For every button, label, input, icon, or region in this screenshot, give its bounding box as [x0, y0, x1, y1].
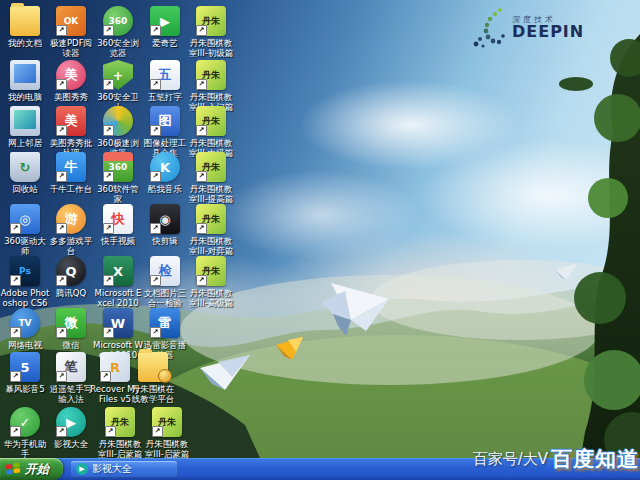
shortcut-arrow-icon: ↗ — [103, 171, 114, 182]
desktop-icon-baofeng5[interactable]: 5 ↗ 暴风影音5 — [0, 352, 50, 394]
shortcut-arrow-icon: ↗ — [150, 25, 161, 36]
icon-label: 丹朱围棋教室III-初级篇 — [186, 38, 236, 58]
shortcut-arrow-icon: ↗ — [56, 371, 67, 382]
desktop-icon-qianniu[interactable]: 牛 ↗ 千牛工作台 — [46, 152, 96, 194]
icon-label: 多多游戏平台 — [46, 236, 96, 256]
desktop-icon-network-tv[interactable]: TV ↗ 网络电视 — [0, 308, 50, 350]
shortcut-arrow-icon: ↗ — [103, 125, 114, 136]
shortcut-arrow-icon: ↗ — [105, 426, 116, 437]
icon-label: 逍遥笔手写输入法 — [46, 384, 96, 404]
window-app-icon: ▶ — [76, 463, 88, 475]
desktop-icon-wechat[interactable]: 微 ↗ 微信 — [46, 308, 96, 350]
desktop-icon-meitu-batch[interactable]: 美 ↗ 美图秀秀批处理 — [46, 106, 96, 158]
taskbar-window-button[interactable]: ▶ 影视大全 — [71, 461, 177, 478]
icon-label: 腾讯QQ — [46, 288, 96, 298]
gold-badge-icon — [158, 369, 172, 383]
icon-label: 网络电视 — [0, 340, 50, 350]
shortcut-arrow-icon: ↗ — [150, 171, 161, 182]
start-button[interactable]: 开始 — [0, 458, 63, 480]
desktop-icon-grid: 我的文档 OK ↗ 极速PDF阅读器 360 ↗ 360安全浏览器 ▶ ↗ 爱奇… — [0, 0, 640, 480]
desktop-icon-tencent-qq[interactable]: Q ↗ 腾讯QQ — [46, 256, 96, 298]
shortcut-arrow-icon: ↗ — [56, 223, 67, 234]
desktop-icon-360-driver-master[interactable]: ◎ ↗ 360驱动大师 — [0, 204, 50, 256]
baidu-zhidao-logo: 百度知道 — [551, 445, 639, 473]
shortcut-arrow-icon: ↗ — [150, 223, 161, 234]
icon-label: 丹朱围棋教室III-对弈篇 — [186, 236, 236, 256]
icon-label: 影视大全 — [46, 439, 96, 449]
icon-label: 360安全浏览器 — [93, 38, 143, 58]
desktop-icon-meitu-xiuxiu[interactable]: 美 ↗ 美图秀秀 — [46, 60, 96, 102]
shortcut-arrow-icon: ↗ — [56, 275, 67, 286]
icon-label: 微信 — [46, 340, 96, 350]
app-icon: ↻ — [10, 152, 40, 182]
shortcut-arrow-icon: ↗ — [103, 327, 114, 338]
shortcut-arrow-icon: ↗ — [196, 171, 207, 182]
shortcut-arrow-icon: ↗ — [150, 125, 161, 136]
icon-label: 五笔打字 — [140, 92, 190, 102]
desktop-icon-360-safe-guard[interactable]: + ↗ 360安全卫士 — [93, 60, 143, 112]
shortcut-arrow-icon: ↗ — [56, 25, 67, 36]
icon-label: 网上邻居 — [0, 138, 50, 148]
shortcut-arrow-icon: ↗ — [150, 327, 161, 338]
windows-logo-icon — [6, 462, 22, 476]
shortcut-arrow-icon: ↗ — [196, 275, 207, 286]
desktop-icon-360-secure-browser[interactable]: 360 ↗ 360安全浏览器 — [93, 6, 143, 58]
watermark-text: 百家号/大V — [473, 450, 548, 469]
desktop-icon-360-chrome-browser[interactable]: ↗ 360极速浏览器 — [93, 106, 143, 158]
desktop: 深度技术 DEEPIN 我的文档 OK ↗ 极速PDF阅读器 360 ↗ 360… — [0, 0, 640, 480]
desktop-icon-ms-excel[interactable]: X ↗ Microsoft Excel 2010 — [93, 256, 143, 308]
shortcut-arrow-icon: ↗ — [10, 327, 21, 338]
icon-label: 丹朱围棋在线教学平台 — [128, 384, 178, 404]
app-icon — [10, 60, 40, 90]
desktop-icon-danzhu-online-folder[interactable]: 丹朱围棋在线教学平台 — [128, 352, 178, 404]
desktop-icon-network-places[interactable]: 网上邻居 — [0, 106, 50, 148]
desktop-icon-iqiyi[interactable]: ▶ ↗ 爱奇艺 — [140, 6, 190, 48]
desktop-icon-360-software-manager[interactable]: 360 ↗ 360软件管家 — [93, 152, 143, 204]
shortcut-arrow-icon: ↗ — [10, 275, 21, 286]
app-icon — [10, 6, 40, 36]
desktop-icon-kuaijianji[interactable]: ◉ ↗ 快剪辑 — [140, 204, 190, 246]
desktop-icon-kuwo-music[interactable]: K ↗ 酷我音乐 — [140, 152, 190, 194]
shortcut-arrow-icon: ↗ — [196, 125, 207, 136]
desktop-icon-yingshi-daquan[interactable]: ▶ ↗ 影视大全 — [46, 407, 96, 449]
shortcut-arrow-icon: ↗ — [150, 275, 161, 286]
desktop-icon-wubi-typing[interactable]: 五 ↗ 五笔打字 — [140, 60, 190, 102]
shortcut-arrow-icon: ↗ — [100, 371, 111, 382]
desktop-icon-danzhu-tigao[interactable]: 丹朱 ↗ 丹朱围棋教室III-提高篇 — [186, 152, 236, 204]
icon-label: 华为手机助手 — [0, 439, 50, 459]
icon-label: 爱奇艺 — [140, 38, 190, 48]
icon-label: 我的文档 — [0, 38, 50, 48]
icon-label: 暴风影音5 — [0, 384, 50, 394]
icon-label: 我的电脑 — [0, 92, 50, 102]
desktop-icon-danzhu-gaoji[interactable]: 丹朱 ↗ 丹朱围棋教室III-高级篇 — [186, 256, 236, 308]
desktop-icon-danzhu-chuji[interactable]: 丹朱 ↗ 丹朱围棋教室III-初级篇 — [186, 6, 236, 58]
desktop-icon-my-computer[interactable]: 我的电脑 — [0, 60, 50, 102]
taskbar-window-label: 影视大全 — [92, 462, 132, 476]
desktop-icon-danzhu-rumen[interactable]: 丹朱 ↗ 丹朱围棋教室III-入门篇 — [186, 60, 236, 112]
desktop-icon-xiaoyaobi-ime[interactable]: 笔 ↗ 逍遥笔手写输入法 — [46, 352, 96, 404]
shortcut-arrow-icon: ↗ — [10, 426, 21, 437]
shortcut-arrow-icon: ↗ — [56, 327, 67, 338]
icon-label: 丹朱围棋教室III-高级篇 — [186, 288, 236, 308]
desktop-icon-danzhu-duiyi[interactable]: 丹朱 ↗ 丹朱围棋教室III-对弈篇 — [186, 204, 236, 256]
desktop-icon-huawei-assistant[interactable]: ✓ ↗ 华为手机助手 — [0, 407, 50, 459]
desktop-icon-game-platform[interactable]: 游 ↗ 多多游戏平台 — [46, 204, 96, 256]
shortcut-arrow-icon: ↗ — [103, 223, 114, 234]
icon-label: Adobe Photoshop CS6 — [0, 288, 50, 308]
shortcut-arrow-icon: ↗ — [196, 25, 207, 36]
shortcut-arrow-icon: ↗ — [103, 275, 114, 286]
desktop-icon-photoshop[interactable]: Ps ↗ Adobe Photoshop CS6 — [0, 256, 50, 308]
icon-label: 快剪辑 — [140, 236, 190, 246]
desktop-icon-jisu-pdf-reader[interactable]: OK ↗ 极速PDF阅读器 — [46, 6, 96, 58]
desktop-icon-my-documents[interactable]: 我的文档 — [0, 6, 50, 48]
desktop-icon-recycle-bin[interactable]: ↻ 回收站 — [0, 152, 50, 194]
shortcut-arrow-icon: ↗ — [103, 25, 114, 36]
shortcut-arrow-icon: ↗ — [56, 171, 67, 182]
desktop-icon-doc-check-tool[interactable]: 检 ↗ 文档图片三合一检验 — [140, 256, 190, 308]
shortcut-arrow-icon: ↗ — [10, 223, 21, 234]
desktop-icon-image-tools[interactable]: 图 ↗ 图像处理工具合集 — [140, 106, 190, 158]
desktop-icon-kuaishou-video[interactable]: 快 ↗ 快手视频 — [93, 204, 143, 246]
icon-label: 360驱动大师 — [0, 236, 50, 256]
desktop-icon-danzhu-zhongji[interactable]: 丹朱 ↗ 丹朱围棋教室III-中级篇 — [186, 106, 236, 158]
icon-label: 千牛工作台 — [46, 184, 96, 194]
